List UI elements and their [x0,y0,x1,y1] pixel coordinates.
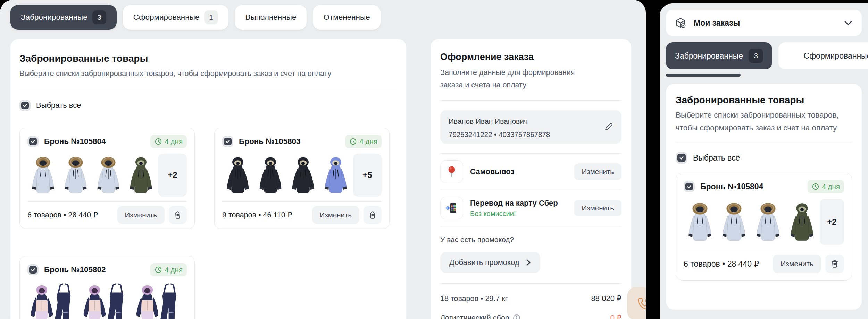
booking-card-header: Бронь №105803 4 дня [222,135,382,148]
booking-summary: 9 товаров • 46 110 ₽ [222,210,292,219]
mobile-select-all-checkbox[interactable] [676,152,687,164]
booking-title: Бронь №105802 [44,265,106,274]
product-image [752,198,784,246]
logistics-fee-text: Логистический сбор [440,314,509,319]
divider [222,201,382,202]
delivery-labels: Самовывоз [470,167,514,176]
info-icon[interactable] [513,314,520,319]
tab-cancelled-label: Отмененные [323,13,370,22]
booking-card-header: Бронь №105804 4 дня [684,180,844,193]
clock-icon [155,138,162,145]
trash-icon [173,210,182,219]
main-surface: Забронированные 3 Сформированные 1 Выпол… [0,0,646,319]
select-all-checkbox[interactable] [19,100,31,111]
divider [27,201,187,202]
tab-formed-count-badge: 1 [204,10,218,24]
days-left-label: 4 дня [165,266,183,274]
call-support-button[interactable] [627,287,646,319]
payment-row: Перевод на карту Сбер Без комиссии! Изме… [440,190,621,226]
orders-box-icon [675,17,686,28]
payment-note: Без комиссии! [470,210,558,218]
add-promo-label: Добавить промокод [449,258,519,267]
more-items-tile[interactable]: +2 [820,199,844,245]
mobile-tab-formed-label: Сформированные [804,51,868,61]
edit-booking-button[interactable]: Изменить [117,206,165,224]
product-image [684,198,716,246]
product-image [80,281,132,319]
tab-completed[interactable]: Выполненные [235,5,307,30]
promo-question: У вас есть промокод? [440,235,621,246]
product-thumbnails: +5 [222,153,382,197]
product-image [287,153,319,197]
product-image [222,153,253,197]
delivery-row: Самовывоз Изменить [440,154,621,190]
add-promo-button[interactable]: Добавить промокод [440,252,540,273]
more-items-tile[interactable]: +5 [353,154,382,197]
checkout-subtitle: Заполните данные для формирования заказа… [440,66,621,91]
tab-cancelled[interactable]: Отмененные [313,5,380,30]
clock-icon [155,266,162,274]
booking-cards-grid: Бронь №105804 4 дня [19,128,397,319]
booking-checkbox[interactable] [684,181,695,192]
mobile-orders-panel: Мои заказы Забронированные 3 Сформирован… [660,3,868,319]
booking-card-footer: 9 товаров • 46 110 ₽ Изменить [222,206,382,224]
select-all-row: Выбрать всё [19,100,397,111]
logistics-fee-value: 0 ₽ [610,313,621,319]
check-icon [686,184,692,189]
tab-formed[interactable]: Сформированные 1 [123,5,229,30]
check-icon [30,267,36,273]
checkout-subtitle-line2: заказа и счета на оплату [440,79,621,91]
tab-reserved-count-badge: 3 [92,10,106,24]
divider [440,100,621,101]
product-thumbnails: +2 [27,153,187,197]
divider [684,250,844,250]
delete-booking-button[interactable] [364,206,382,224]
order-status-tabs: Забронированные 3 Сформированные 1 Выпол… [10,5,381,30]
delete-booking-button[interactable] [169,206,187,224]
more-items-tile[interactable]: +2 [158,154,187,197]
delete-booking-button[interactable] [825,255,844,273]
tab-reserved-label: Забронированные [21,13,87,22]
product-image [255,153,286,197]
booking-checkbox[interactable] [222,136,233,147]
mobile-reserved-subtitle: Выберите списки забронированных товаров,… [676,109,852,134]
tab-reserved[interactable]: Забронированные 3 [10,5,117,30]
product-image [718,198,750,246]
product-image [27,153,59,197]
edit-pencil-icon[interactable] [603,122,613,132]
mobile-reserved-title: Забронированные товары [676,94,852,106]
product-image [786,198,818,246]
days-left-badge: 4 дня [150,263,187,276]
check-icon [225,139,231,144]
customer-info-box: Иванов Иван Иванович 79253241222 • 40337… [440,110,621,144]
mobile-select-all-row: Выбрать всё [676,152,852,164]
divider [19,89,397,89]
payment-method-label: Перевод на карту Сбер [470,199,558,208]
totals-sum: 88 020 ₽ [591,294,621,303]
chevron-down-icon[interactable] [844,18,853,27]
edit-booking-button[interactable]: Изменить [312,206,359,224]
mobile-tab-reserved[interactable]: Забронированные 3 [666,42,772,69]
booking-checkbox[interactable] [27,136,39,147]
product-image [320,153,351,197]
phone-call-icon [636,296,646,311]
tab-formed-label: Сформированные [133,13,200,22]
reserved-goods-panel: Забронированные товары Выберите списки з… [10,39,406,319]
tabs-scrollbar[interactable] [666,74,741,77]
change-delivery-button[interactable]: Изменить [574,163,621,180]
mobile-tab-reserved-count-badge: 3 [749,49,763,63]
checkout-panel: Оформление заказа Заполните данные для ф… [431,39,631,319]
mobile-orders-header[interactable]: Мои заказы [666,10,862,36]
reserved-panel-title: Забронированные товары [19,53,397,64]
check-icon [30,139,36,144]
booking-checkbox[interactable] [27,264,39,275]
change-payment-button[interactable]: Изменить [574,200,621,216]
days-left-badge: 4 дня [345,135,382,148]
booking-title: Бронь №105804 [44,137,106,146]
check-icon [679,155,684,161]
product-image [27,281,79,319]
product-image [133,281,184,319]
edit-booking-button[interactable]: Изменить [773,255,821,273]
mobile-tab-formed[interactable]: Сформированные [778,42,868,69]
booking-card-footer: 6 товаров • 28 440 ₽ Изменить [27,206,187,224]
